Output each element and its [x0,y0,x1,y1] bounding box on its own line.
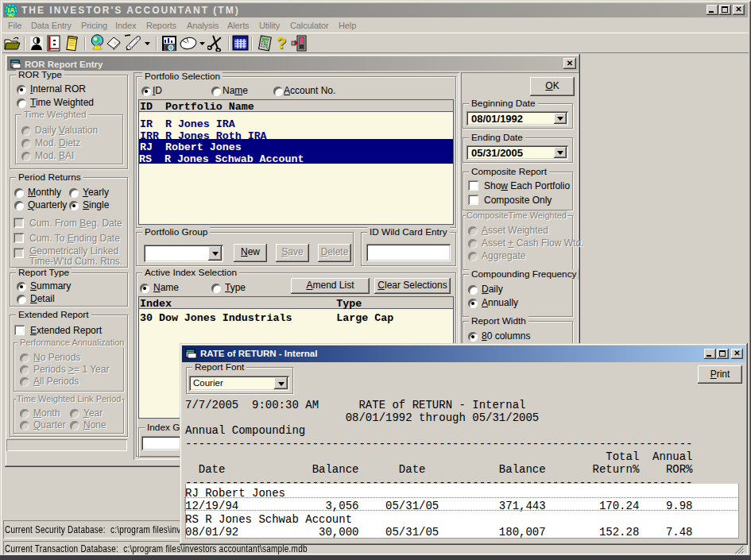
svg-text:MD: MD [9,14,15,17]
